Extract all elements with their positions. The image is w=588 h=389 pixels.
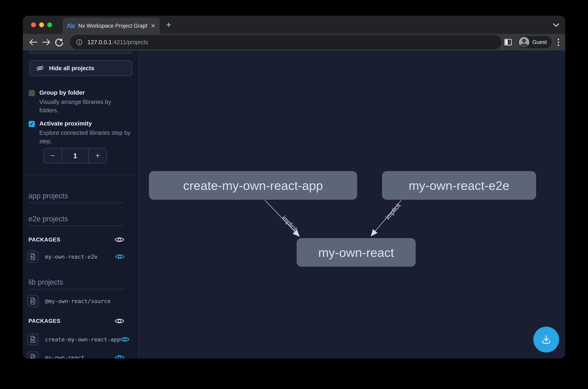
group-by-folder-label: Group by folder <box>39 89 126 96</box>
activate-proximity-option: ✓ Activate proximity Explore connected l… <box>29 120 133 145</box>
url-host: 127.0.0.1 <box>87 39 112 45</box>
project-item[interactable]: my-own-react <box>27 352 124 358</box>
activate-proximity-description: Explore connected libraries step by step… <box>39 129 136 145</box>
packages-label: PACKAGES <box>29 318 61 324</box>
eye-off-icon <box>36 65 44 71</box>
reload-button[interactable] <box>53 36 65 49</box>
activate-proximity-checkbox[interactable]: ✓ <box>29 121 35 127</box>
side-panel-icon[interactable] <box>504 39 512 45</box>
zoom-window-button[interactable] <box>47 22 52 27</box>
browser-toolbar: 127.0.0.1:4211/projects Guest <box>23 34 565 50</box>
packages-header-lib: PACKAGES <box>29 318 124 324</box>
download-icon <box>541 334 552 345</box>
eye-icon[interactable] <box>115 236 124 243</box>
info-icon[interactable] <box>76 39 83 45</box>
sidebar: Show all projects Hide all projects Grou… <box>23 50 139 358</box>
activate-proximity-label: Activate proximity <box>39 120 136 127</box>
chevron-down-icon[interactable] <box>553 23 559 28</box>
download-image-button[interactable] <box>533 327 559 353</box>
close-window-button[interactable] <box>31 22 36 27</box>
project-item[interactable]: my-own-react-e2e <box>27 251 124 263</box>
minimize-window-button[interactable] <box>39 22 44 27</box>
packages-label: PACKAGES <box>29 237 61 243</box>
browser-window: Nx Nx Workspace Project Graph ✕ + 127.0.… <box>23 16 565 358</box>
project-name: create-my-own-react-app <box>45 336 121 343</box>
eye-icon-active[interactable] <box>115 253 124 260</box>
graph-edges <box>139 50 565 358</box>
file-search-icon <box>27 295 38 307</box>
content-area: Show all projects Hide all projects Grou… <box>23 50 565 358</box>
url-text: 127.0.0.1:4211/projects <box>87 39 148 46</box>
file-search-icon <box>27 251 38 263</box>
eye-icon[interactable] <box>115 318 124 324</box>
sidebar-divider <box>23 175 139 175</box>
avatar-icon <box>519 37 529 47</box>
project-graph-canvas[interactable]: implicit implicit create-my-own-react-ap… <box>139 50 565 358</box>
menu-dots-icon[interactable] <box>558 39 559 46</box>
project-name: my-own-react-e2e <box>45 254 115 260</box>
tab-close-icon[interactable]: ✕ <box>151 23 155 29</box>
proximity-value[interactable]: 1 <box>62 148 89 163</box>
project-name: @my-own-react/source <box>45 298 124 304</box>
profile-name: Guest <box>532 39 547 45</box>
nx-favicon: Nx <box>67 22 75 30</box>
project-item[interactable]: @my-own-react/source <box>27 295 124 307</box>
proximity-stepper: − 1 + <box>43 148 107 163</box>
heading-app-projects: app projects <box>29 192 124 203</box>
url-path: :4211/projects <box>112 39 148 45</box>
show-all-projects-button[interactable]: Show all projects <box>29 50 132 54</box>
heading-lib-projects: lib projects <box>29 278 124 289</box>
group-by-folder-description: Visually arrange libraries by folders. <box>39 98 126 115</box>
group-by-folder-option: Group by folder Visually arrange librari… <box>29 89 133 115</box>
graph-node-create-my-own-react-app[interactable]: create-my-own-react-app <box>149 171 357 200</box>
new-tab-button[interactable]: + <box>163 16 175 34</box>
eye-icon-active[interactable] <box>121 336 129 343</box>
hide-all-projects-label: Hide all projects <box>49 65 94 72</box>
proximity-decrement-button[interactable]: − <box>44 148 62 163</box>
project-item[interactable]: create-my-own-react-app <box>27 333 124 345</box>
packages-header-e2e: PACKAGES <box>29 236 124 243</box>
profile-button[interactable]: Guest <box>518 36 552 48</box>
heading-e2e-projects: e2e projects <box>29 215 124 226</box>
eye-icon-active[interactable] <box>115 354 124 358</box>
hide-all-projects-button[interactable]: Hide all projects <box>29 60 132 76</box>
proximity-increment-button[interactable]: + <box>89 148 106 163</box>
url-bar[interactable]: 127.0.0.1:4211/projects <box>70 35 501 49</box>
back-button[interactable] <box>27 36 40 49</box>
traffic-lights <box>31 16 52 34</box>
browser-tab[interactable]: Nx Nx Workspace Project Graph ✕ <box>63 18 160 34</box>
project-name: my-own-react <box>45 355 115 359</box>
forward-button[interactable] <box>40 36 53 49</box>
graph-node-my-own-react[interactable]: my-own-react <box>297 238 416 267</box>
tab-strip: Nx Nx Workspace Project Graph ✕ + <box>23 16 565 34</box>
file-search-icon <box>27 333 38 345</box>
group-by-folder-checkbox[interactable] <box>29 90 35 96</box>
graph-node-my-own-react-e2e[interactable]: my-own-react-e2e <box>382 171 536 200</box>
file-search-icon <box>27 352 38 358</box>
tab-title: Nx Workspace Project Graph <box>78 23 147 29</box>
toolbar-right: Guest <box>504 34 559 50</box>
